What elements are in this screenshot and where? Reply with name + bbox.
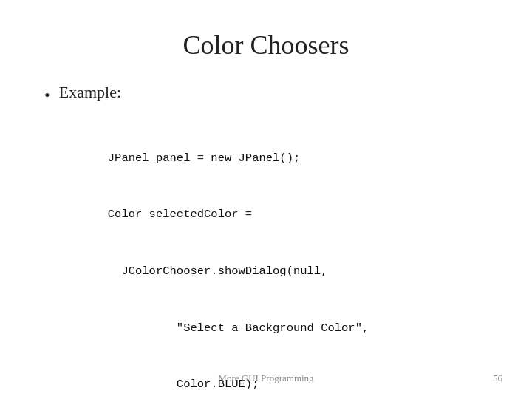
bullet-dot: • <box>44 86 50 105</box>
footer: More GUI Programming 56 <box>0 372 532 384</box>
code-line-3: JColorChooser.showDialog(null, <box>108 265 328 278</box>
slide-title: Color Choosers <box>44 30 488 61</box>
footer-page-number: 56 <box>493 372 502 384</box>
bullet-section: • Example: JPanel panel = new JPanel(); … <box>44 83 488 399</box>
code-line-2: Color selectedColor = <box>108 208 252 221</box>
footer-center-text: More GUI Programming <box>218 372 313 384</box>
code-block: JPanel panel = new JPanel(); Color selec… <box>66 130 488 399</box>
bullet-label: Example: <box>59 83 121 102</box>
code-line-4: "Select a Background Color", <box>108 321 369 335</box>
bullet-item-example: • Example: <box>44 83 488 105</box>
code-line-1: JPanel panel = new JPanel(); <box>108 151 300 165</box>
slide: Color Choosers • Example: JPanel panel =… <box>0 0 532 399</box>
